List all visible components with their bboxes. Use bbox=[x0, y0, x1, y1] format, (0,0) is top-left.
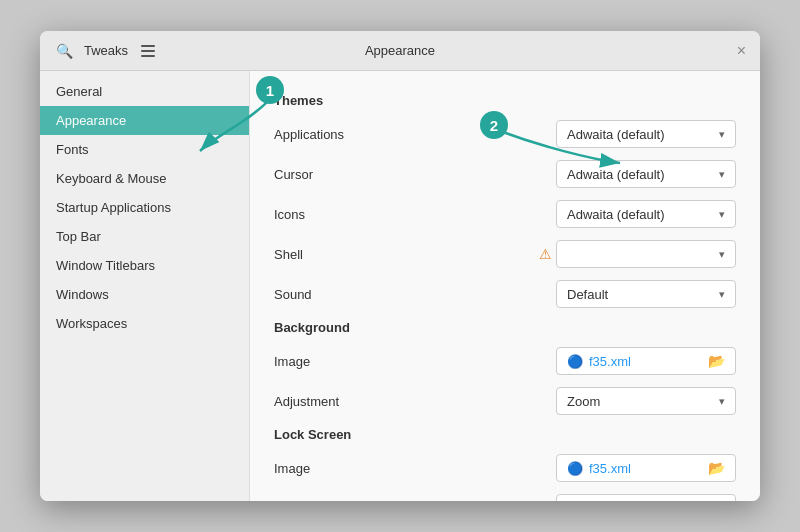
sidebar: General Appearance Fonts Keyboard & Mous… bbox=[40, 71, 250, 501]
main-window: 1 2 🔍 Tweaks Appearance × General bbox=[40, 31, 760, 501]
bg-image-file[interactable]: 🔵 f35.xml 📂 bbox=[556, 347, 736, 375]
ls-adjustment-row: Adjustment Zoom ▾ bbox=[274, 492, 736, 501]
background-section-title: Background bbox=[274, 320, 736, 335]
titlebar: 🔍 Tweaks Appearance × bbox=[40, 31, 760, 71]
app-name-label: Tweaks bbox=[84, 43, 128, 58]
sidebar-item-top-bar[interactable]: Top Bar bbox=[40, 222, 249, 251]
applications-row: Applications Adwaita (default) ▾ bbox=[274, 118, 736, 150]
menu-button[interactable] bbox=[134, 37, 162, 65]
warning-icon: ⚠ bbox=[539, 246, 552, 262]
icons-label: Icons bbox=[274, 207, 434, 222]
titlebar-left: 🔍 Tweaks bbox=[50, 37, 250, 65]
ls-image-control: 🔵 f35.xml 📂 bbox=[434, 454, 736, 482]
close-button[interactable]: × bbox=[733, 43, 750, 59]
applications-control: Adwaita (default) ▾ bbox=[434, 120, 736, 148]
cursor-control: Adwaita (default) ▾ bbox=[434, 160, 736, 188]
icons-value: Adwaita (default) bbox=[567, 207, 665, 222]
sidebar-item-windows[interactable]: Windows bbox=[40, 280, 249, 309]
shell-row: Shell ⚠ ▾ bbox=[274, 238, 736, 270]
dropdown-arrow-bg-adjustment: ▾ bbox=[719, 395, 725, 408]
shell-label: Shell bbox=[274, 247, 434, 262]
bg-image-value: f35.xml bbox=[589, 354, 631, 369]
ls-adjustment-dropdown[interactable]: Zoom ▾ bbox=[556, 494, 736, 501]
icons-control: Adwaita (default) ▾ bbox=[434, 200, 736, 228]
bg-adjustment-row: Adjustment Zoom ▾ bbox=[274, 385, 736, 417]
content-area: General Appearance Fonts Keyboard & Mous… bbox=[40, 71, 760, 501]
ls-image-row: Image 🔵 f35.xml 📂 bbox=[274, 452, 736, 484]
dropdown-arrow-icons: ▾ bbox=[719, 208, 725, 221]
search-button[interactable]: 🔍 bbox=[50, 37, 78, 65]
dropdown-arrow-sound: ▾ bbox=[719, 288, 725, 301]
cursor-label: Cursor bbox=[274, 167, 434, 182]
sound-label: Sound bbox=[274, 287, 434, 302]
search-icon: 🔍 bbox=[56, 43, 73, 59]
sound-dropdown[interactable]: Default ▾ bbox=[556, 280, 736, 308]
main-panel: Themes Applications Adwaita (default) ▾ … bbox=[250, 71, 760, 501]
bg-image-control: 🔵 f35.xml 📂 bbox=[434, 347, 736, 375]
themes-section-title: Themes bbox=[274, 93, 736, 108]
file-blue-icon: 🔵 bbox=[567, 354, 583, 369]
ls-image-label: Image bbox=[274, 461, 434, 476]
sidebar-item-keyboard-mouse[interactable]: Keyboard & Mouse bbox=[40, 164, 249, 193]
bg-adjustment-label: Adjustment bbox=[274, 394, 434, 409]
ls-folder-icon: 📂 bbox=[708, 460, 725, 476]
dropdown-arrow-shell: ▾ bbox=[719, 248, 725, 261]
bg-adjustment-value: Zoom bbox=[567, 394, 600, 409]
icons-row: Icons Adwaita (default) ▾ bbox=[274, 198, 736, 230]
dropdown-arrow-cursor: ▾ bbox=[719, 168, 725, 181]
bg-image-row: Image 🔵 f35.xml 📂 bbox=[274, 345, 736, 377]
lock-screen-section-title: Lock Screen bbox=[274, 427, 736, 442]
bg-adjustment-control: Zoom ▾ bbox=[434, 387, 736, 415]
sound-row: Sound Default ▾ bbox=[274, 278, 736, 310]
folder-icon: 📂 bbox=[708, 353, 725, 369]
ls-image-file[interactable]: 🔵 f35.xml 📂 bbox=[556, 454, 736, 482]
titlebar-right: × bbox=[550, 43, 750, 59]
applications-label: Applications bbox=[274, 127, 434, 142]
ls-file-blue-icon: 🔵 bbox=[567, 461, 583, 476]
sidebar-item-workspaces[interactable]: Workspaces bbox=[40, 309, 249, 338]
applications-dropdown[interactable]: Adwaita (default) ▾ bbox=[556, 120, 736, 148]
ls-image-value: f35.xml bbox=[589, 461, 631, 476]
hamburger-icon bbox=[141, 45, 155, 57]
sidebar-item-appearance[interactable]: Appearance bbox=[40, 106, 249, 135]
cursor-value: Adwaita (default) bbox=[567, 167, 665, 182]
window-title: Appearance bbox=[250, 43, 550, 58]
ls-adjustment-control: Zoom ▾ bbox=[434, 494, 736, 501]
ls-adjustment-value: Zoom bbox=[567, 501, 600, 502]
icons-dropdown[interactable]: Adwaita (default) ▾ bbox=[556, 200, 736, 228]
sound-value: Default bbox=[567, 287, 608, 302]
cursor-row: Cursor Adwaita (default) ▾ bbox=[274, 158, 736, 190]
bg-image-label: Image bbox=[274, 354, 434, 369]
shell-dropdown[interactable]: ▾ bbox=[556, 240, 736, 268]
sidebar-item-startup-applications[interactable]: Startup Applications bbox=[40, 193, 249, 222]
applications-value: Adwaita (default) bbox=[567, 127, 665, 142]
shell-control: ⚠ ▾ bbox=[434, 240, 736, 268]
sidebar-item-window-titlebars[interactable]: Window Titlebars bbox=[40, 251, 249, 280]
ls-adjustment-label: Adjustment bbox=[274, 501, 434, 502]
cursor-dropdown[interactable]: Adwaita (default) ▾ bbox=[556, 160, 736, 188]
dropdown-arrow-applications: ▾ bbox=[719, 128, 725, 141]
sidebar-item-general[interactable]: General bbox=[40, 77, 249, 106]
sound-control: Default ▾ bbox=[434, 280, 736, 308]
bg-adjustment-dropdown[interactable]: Zoom ▾ bbox=[556, 387, 736, 415]
sidebar-item-fonts[interactable]: Fonts bbox=[40, 135, 249, 164]
